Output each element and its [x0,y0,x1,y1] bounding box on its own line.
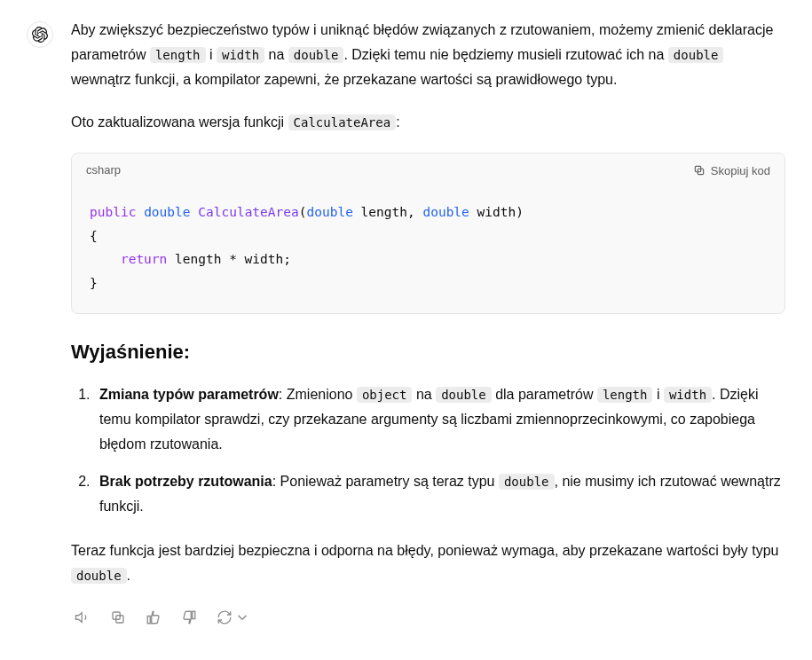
chevron-down-icon [234,609,250,625]
thumbs-down-icon [181,609,197,625]
code-double: double [499,474,555,490]
refresh-icon [217,609,233,625]
thumbs-down-button[interactable] [177,606,201,629]
message-actions [71,606,785,629]
text: : Zmieniono [279,387,357,402]
copy-icon [110,609,126,625]
read-aloud-button[interactable] [71,606,94,629]
text: i [652,387,663,402]
code-language-label: csharp [86,161,121,181]
text: Oto zaktualizowana wersja funkcji [71,114,288,130]
speaker-icon [75,609,91,625]
text: : Ponieważ parametry są teraz typu [272,474,499,489]
copy-label: Skopiuj kod [711,164,770,177]
list-item: Zmiana typów parametrów: Zmieniono objec… [94,382,785,457]
code-width: width [664,387,712,403]
assistant-message: Aby zwiększyć bezpieczeństwo typów i uni… [27,18,785,629]
assistant-avatar [27,21,53,48]
intro-paragraph-1: Aby zwiększyć bezpieczeństwo typów i uni… [71,18,785,92]
list-item-title: Zmiana typów parametrów [99,387,279,402]
copy-icon [693,164,706,177]
code-length: length [597,387,653,403]
text: . [127,568,130,583]
intro-paragraph-2: Oto zaktualizowana wersja funkcji Calcul… [71,110,785,135]
list-item-title: Brak potrzeby rzutowania [99,474,272,489]
list-item: Brak potrzeby rzutowania: Ponieważ param… [94,469,785,519]
code-block: csharp Skopiuj kod public double Calcula… [71,153,785,314]
text: na [264,47,288,62]
code-double: double [71,568,127,584]
code-calculatearea: CalculateArea [288,114,397,130]
closing-paragraph: Teraz funkcja jest bardziej bezpieczna i… [71,538,785,588]
explanation-list: Zmiana typów parametrów: Zmieniono objec… [71,382,785,519]
code-content: public double CalculateArea(double lengt… [72,188,784,313]
code-double: double [288,47,344,63]
code-double: double [436,387,492,403]
text: na [412,387,436,402]
regenerate-button[interactable] [213,606,254,629]
code-block-header: csharp Skopiuj kod [72,153,784,188]
thumbs-up-button[interactable] [142,606,165,629]
copy-message-button[interactable] [106,606,130,629]
text: Teraz funkcja jest bardziej bezpieczna i… [71,543,778,558]
text: dla parametrów [492,387,597,402]
thumbs-up-icon [146,609,162,625]
code-double: double [668,47,724,63]
message-content: Aby zwiększyć bezpieczeństwo typów i uni… [71,18,785,629]
openai-logo-icon [32,27,48,43]
text: . Dzięki temu nie będziemy musieli rzuto… [343,47,667,62]
copy-code-button[interactable]: Skopiuj kod [693,164,770,177]
text: i [206,47,217,62]
code-width: width [217,47,264,63]
text: : [396,114,399,130]
text: wewnątrz funkcji, a kompilator zapewni, … [71,72,617,87]
code-length: length [150,47,206,63]
explanation-heading: Wyjaśnienie: [71,335,785,370]
code-object: object [357,387,413,403]
